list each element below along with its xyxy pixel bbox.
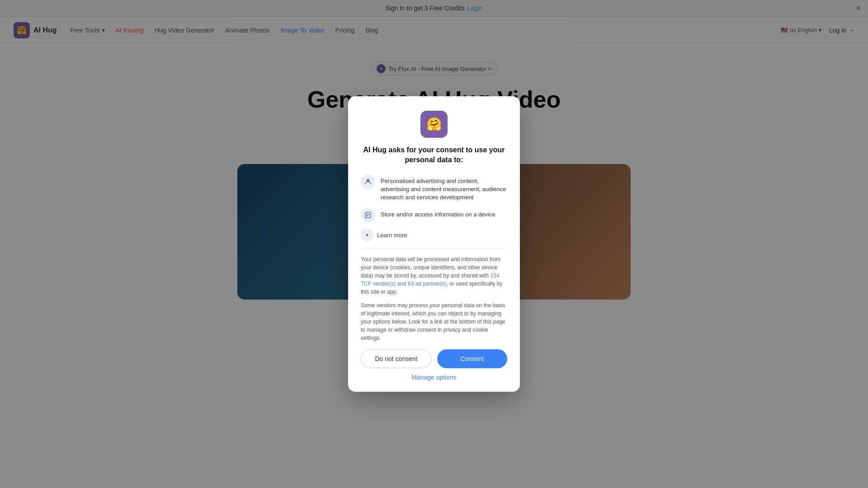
svg-rect-1 — [365, 212, 371, 218]
modal-logo-icon: 🤗 — [420, 111, 448, 138]
learn-more-row[interactable]: ▾ Learn more — [361, 229, 507, 241]
modal-buttons: Do not consent Consent — [361, 349, 507, 368]
consent-modal: 🤗 AI Hug asks for your consent to use yo… — [348, 96, 520, 392]
storage-text: Store and/or access information on a dev… — [381, 208, 495, 219]
consent-item-storage: Store and/or access information on a dev… — [361, 208, 507, 222]
svg-point-0 — [367, 179, 369, 182]
svg-rect-2 — [366, 214, 370, 215]
modal-body-text-1: Your personal data will be processed and… — [361, 255, 507, 296]
manage-options-button[interactable]: Manage options — [361, 374, 507, 381]
modal-overlay: 🤗 AI Hug asks for your consent to use yo… — [0, 0, 868, 488]
advertising-text: Personalised advertising and content, ad… — [381, 174, 507, 202]
modal-divider — [361, 249, 507, 249]
do-not-consent-button[interactable]: Do not consent — [361, 349, 432, 368]
learn-more-chevron-icon: ▾ — [361, 229, 373, 241]
consent-item-advertising: Personalised advertising and content, ad… — [361, 174, 507, 202]
modal-body-text-2: Some vendors may process your personal d… — [361, 301, 507, 342]
advertising-icon — [361, 174, 375, 189]
svg-rect-3 — [366, 216, 368, 216]
storage-icon — [361, 208, 375, 222]
consent-button[interactable]: Consent — [437, 349, 507, 368]
learn-more-label: Learn more — [377, 232, 407, 239]
modal-title: AI Hug asks for your consent to use your… — [361, 145, 507, 165]
